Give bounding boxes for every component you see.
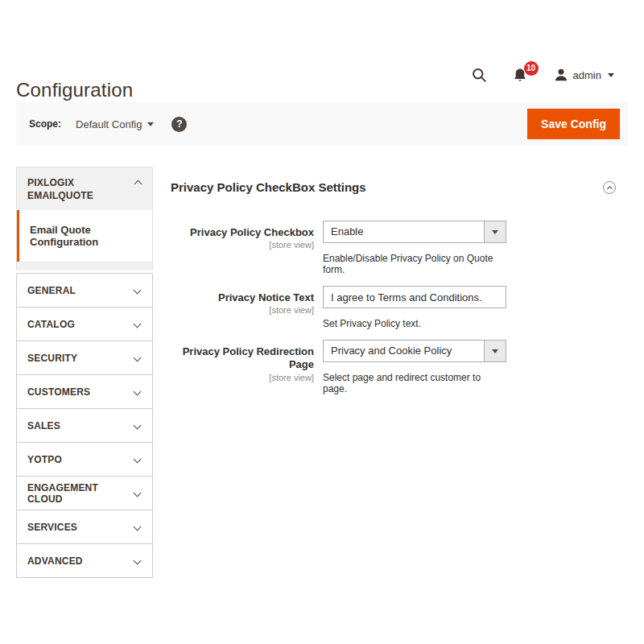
chevron-down-icon: [134, 523, 142, 531]
scope-bar: Scope: Default Config ? Save Config: [16, 102, 628, 146]
chevron-up-icon: [134, 180, 142, 188]
sidebar-section-header-pixlogix-emailquote[interactable]: PIXLOGIX EMAILQUOTE: [17, 167, 152, 210]
privacy-policy-checkbox-select[interactable]: Enable: [323, 221, 506, 243]
chevron-up-icon: [606, 185, 612, 191]
sidebar-item-services[interactable]: SERVICES: [17, 510, 152, 543]
notifications: 10: [512, 67, 528, 84]
field-note: Select page and redirect customer to pag…: [323, 372, 506, 394]
field-control: Set Privacy Policy text.: [323, 286, 506, 329]
sidebar-item-sales[interactable]: SALES: [17, 408, 152, 442]
sidebar-item-label: ADVANCED: [27, 555, 83, 567]
save-config-button[interactable]: Save Config: [527, 109, 620, 139]
sidebar-item-customers[interactable]: CUSTOMERS: [17, 374, 152, 408]
sidebar-item-catalog[interactable]: CATALOG: [17, 307, 152, 341]
field-label: Privacy Policy Redirection Page [store v…: [171, 340, 314, 394]
config-nav-sidebar: PIXLOGIX EMAILQUOTE Email Quote Configur…: [16, 167, 153, 578]
field-note: Set Privacy Policy text.: [323, 318, 506, 329]
privacy-policy-redirection-page-select[interactable]: Privacy and Cookie Policy: [323, 340, 506, 362]
sidebar-section-footer: [17, 262, 152, 270]
admin-username: admin: [573, 69, 601, 81]
chevron-down-icon: [492, 230, 498, 234]
select-value: Privacy and Cookie Policy: [324, 341, 484, 361]
settings-panel: Privacy Policy CheckBox Settings Privacy…: [171, 180, 616, 405]
sidebar-item-label: ENGAGEMENT CLOUD: [27, 482, 134, 505]
field-label: Privacy Policy Checkbox [store view]: [171, 221, 314, 275]
chevron-down-icon: [134, 557, 142, 565]
chevron-down-icon: [134, 422, 142, 430]
field-privacy-policy-redirection-page: Privacy Policy Redirection Page [store v…: [171, 340, 616, 394]
select-arrow-button[interactable]: [484, 221, 506, 242]
select-arrow-button[interactable]: [484, 341, 506, 361]
sidebar-section-title: PIXLOGIX EMAILQUOTE: [27, 176, 135, 202]
field-privacy-policy-checkbox: Privacy Policy Checkbox [store view] Ena…: [171, 221, 616, 275]
chevron-down-icon: [147, 122, 154, 126]
sidebar-item-engagement-cloud[interactable]: ENGAGEMENT CLOUD: [17, 476, 152, 510]
sidebar-item-yotpo[interactable]: YOTPO: [17, 442, 152, 476]
chevron-down-icon: [134, 287, 142, 295]
sidebar-item-label: CATALOG: [27, 319, 75, 330]
sidebar-section-pixlogix-emailquote: PIXLOGIX EMAILQUOTE Email Quote Configur…: [16, 167, 153, 270]
search-icon: [471, 67, 488, 84]
sidebar-item-label: SERVICES: [27, 522, 77, 533]
chevron-down-icon: [608, 73, 614, 77]
admin-menu-button[interactable]: admin: [554, 68, 614, 82]
help-icon[interactable]: ?: [171, 117, 187, 132]
section-title: Privacy Policy CheckBox Settings: [171, 180, 366, 194]
sidebar-section-list: GENERAL CATALOG SECURITY CUSTOMERS SALES…: [16, 273, 153, 578]
field-privacy-notice-text: Privacy Notice Text [store view] Set Pri…: [171, 286, 616, 329]
field-label-text: Privacy Policy Checkbox: [171, 226, 314, 239]
chevron-down-icon: [134, 354, 142, 362]
page-title: Configuration: [16, 79, 133, 101]
sidebar-item-email-quote-configuration[interactable]: Email Quote Configuration: [17, 210, 152, 262]
collapse-section-button[interactable]: [603, 181, 616, 194]
sidebar-item-general[interactable]: GENERAL: [17, 273, 152, 307]
chevron-down-icon: [134, 489, 142, 497]
search-button[interactable]: [471, 67, 488, 84]
field-note: Enable/Disable Privacy Policy on Quote f…: [323, 253, 506, 275]
sidebar-item-advanced[interactable]: ADVANCED: [17, 543, 152, 577]
notification-count-badge[interactable]: 10: [524, 61, 539, 76]
field-label-text: Privacy Policy Redirection Page: [171, 345, 314, 372]
select-value: Enable: [324, 221, 484, 242]
sidebar-item-label: YOTPO: [27, 454, 62, 465]
privacy-notice-text-input[interactable]: [323, 286, 506, 308]
field-label-text: Privacy Notice Text: [171, 291, 314, 304]
field-control: Enable Enable/Disable Privacy Policy on …: [323, 221, 506, 275]
chevron-down-icon: [134, 320, 142, 328]
scope-value: Default Config: [76, 118, 142, 130]
field-scope-hint: [store view]: [171, 373, 314, 382]
sidebar-item-label: GENERAL: [27, 285, 76, 296]
section-head: Privacy Policy CheckBox Settings: [171, 180, 616, 194]
chevron-down-icon: [134, 456, 142, 464]
field-scope-hint: [store view]: [171, 240, 314, 250]
chevron-down-icon: [492, 349, 498, 353]
sidebar-item-label: CUSTOMERS: [27, 386, 90, 398]
scope-switcher[interactable]: Default Config: [76, 118, 154, 130]
field-scope-hint: [store view]: [171, 305, 314, 315]
field-control: Privacy and Cookie Policy Select page an…: [323, 340, 506, 394]
scope-label: Scope:: [29, 118, 61, 130]
sidebar-item-security[interactable]: SECURITY: [17, 341, 152, 374]
sidebar-item-label: SECURITY: [27, 353, 77, 364]
chevron-down-icon: [134, 388, 142, 396]
user-icon: [554, 68, 568, 82]
field-label: Privacy Notice Text [store view]: [171, 286, 314, 329]
header-actions: 10 admin: [471, 64, 614, 85]
settings-form: Privacy Policy Checkbox [store view] Ena…: [171, 221, 616, 394]
sidebar-item-label: SALES: [27, 420, 60, 431]
